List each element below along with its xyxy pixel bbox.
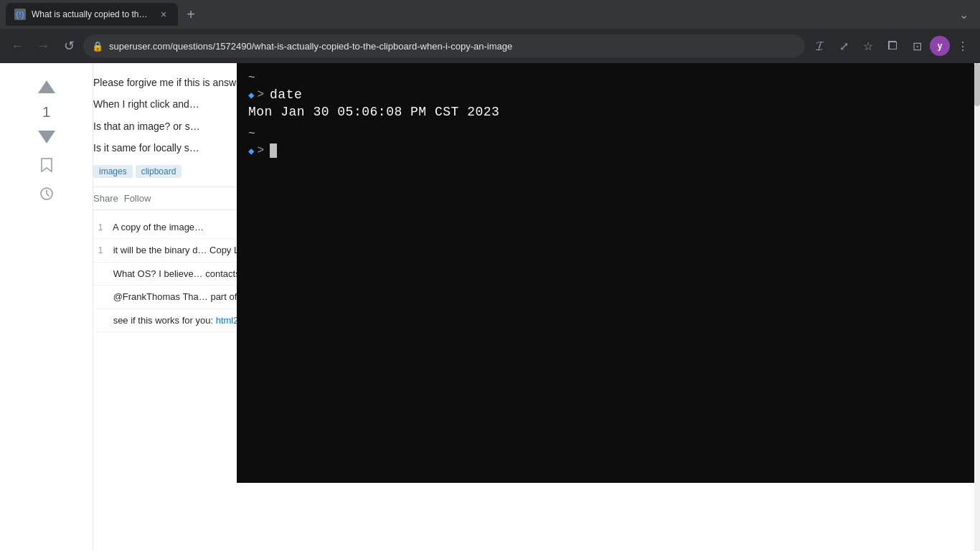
- url-text: superuser.com/questions/1572490/what-is-…: [109, 41, 796, 52]
- menu-icon: ⋮: [957, 39, 969, 53]
- comment-text-5a: see if this works for you:: [113, 315, 216, 326]
- terminal-tilde-1: ~: [248, 72, 963, 85]
- share-button[interactable]: ⤢: [832, 34, 855, 57]
- terminal-arrow-2: >: [257, 144, 264, 157]
- terminal-prompt-icon-1: ◆: [248, 89, 254, 101]
- vote-count: 1: [42, 103, 51, 121]
- tab-bar: {!} What is actually copied to the c… × …: [0, 0, 980, 29]
- profile-button[interactable]: y: [930, 36, 950, 56]
- puzzle-icon: ⧠: [887, 39, 898, 52]
- terminal-command: date: [270, 88, 302, 102]
- history-button[interactable]: [34, 181, 60, 207]
- comment-text-1: A copy of the image…: [113, 222, 204, 232]
- active-tab[interactable]: {!} What is actually copied to the c… ×: [6, 3, 178, 26]
- back-icon: ←: [11, 39, 24, 54]
- question-sidebar: 1: [0, 63, 93, 551]
- terminal-prompt-line-2: ◆ >: [248, 143, 963, 158]
- comment-vote-2: 1: [93, 244, 108, 257]
- translate-button[interactable]: 𝓘: [808, 34, 831, 57]
- extensions-button[interactable]: ⧠: [881, 34, 904, 57]
- share-icon: ⤢: [839, 39, 849, 53]
- terminal-arrow-1: >: [257, 88, 264, 101]
- browser-frame: {!} What is actually copied to the c… × …: [0, 0, 980, 551]
- tab-favicon: {!}: [14, 9, 26, 20]
- back-button[interactable]: ←: [6, 34, 29, 57]
- terminal-output: Mon Jan 30 05:06:08 PM CST 2023: [248, 105, 963, 119]
- terminal-tilde-2: ~: [248, 128, 963, 141]
- bookmark-post-button[interactable]: [34, 152, 60, 178]
- tab-list-chevron-icon[interactable]: ⌄: [953, 5, 974, 24]
- comment-vote-1: 1: [93, 221, 108, 234]
- tab-right-controls: ⌄: [953, 5, 974, 24]
- address-bar: ← → ↺ 🔒 superuser.com/questions/1572490/…: [0, 29, 980, 63]
- lock-icon: 🔒: [92, 41, 103, 52]
- share-link[interactable]: Share: [93, 193, 118, 204]
- tab-title: What is actually copied to the c…: [32, 9, 152, 19]
- forward-icon: →: [37, 39, 50, 54]
- bookmark-button[interactable]: ☆: [857, 34, 880, 57]
- bookmark-icon: ☆: [863, 39, 873, 53]
- menu-button[interactable]: ⋮: [951, 34, 974, 57]
- layout-button[interactable]: ⊡: [905, 34, 928, 57]
- right-scrollbar[interactable]: [974, 63, 980, 551]
- new-tab-button[interactable]: +: [181, 4, 201, 24]
- layout-icon: ⊡: [913, 39, 922, 53]
- forward-button[interactable]: →: [32, 34, 55, 57]
- tag-clipboard[interactable]: clipboard: [136, 165, 182, 178]
- upvote-button[interactable]: [34, 75, 60, 100]
- page-content: 1: [0, 63, 980, 551]
- tab-close-button[interactable]: ×: [158, 9, 169, 20]
- terminal-overlay: ~ ◆ > date Mon Jan 30 05:06:08 PM CST 20…: [237, 63, 974, 483]
- reload-icon: ↺: [64, 38, 75, 54]
- terminal-prompt-icon-2: ◆: [248, 145, 254, 157]
- terminal-command-line: ◆ > date: [248, 88, 963, 102]
- tag-images[interactable]: images: [93, 165, 133, 178]
- main-content: Please forgive me if this is answered so…: [93, 63, 974, 551]
- reload-button[interactable]: ↺: [57, 34, 80, 57]
- translate-icon: 𝓘: [816, 39, 824, 54]
- terminal-cursor: [270, 143, 277, 158]
- terminal-content: ~ ◆ > date Mon Jan 30 05:06:08 PM CST 20…: [237, 63, 974, 483]
- toolbar-right: 𝓘 ⤢ ☆ ⧠ ⊡ y ⋮: [808, 34, 974, 57]
- follow-link[interactable]: Follow: [124, 193, 151, 204]
- vote-controls: 1: [0, 69, 93, 212]
- scrollbar-thumb: [974, 63, 980, 106]
- downvote-button[interactable]: [34, 123, 60, 149]
- url-bar[interactable]: 🔒 superuser.com/questions/1572490/what-i…: [83, 34, 805, 57]
